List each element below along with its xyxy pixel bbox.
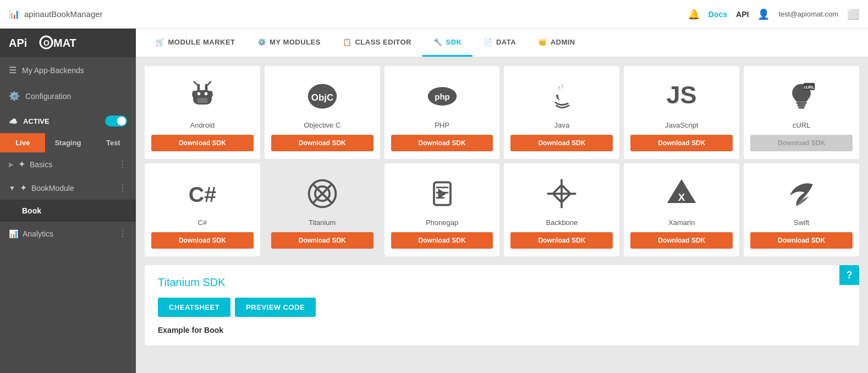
svg-text:APi: APi (9, 37, 27, 49)
phonegap-icon (423, 174, 462, 213)
env-tab-live[interactable]: Live (0, 133, 45, 152)
sdk-card-xamarin[interactable]: X Xamarin Download SDK (624, 163, 739, 256)
tab-my-modules[interactable]: ⚙️ MY MODULES (246, 29, 332, 57)
sidebar-section-basics[interactable]: ▶ ✦ Basics ⋮ (0, 152, 136, 176)
tab-class-editor[interactable]: 📋 CLASS EDITOR (332, 29, 422, 57)
sdk-card-java[interactable]: Java Download SDK (504, 66, 619, 159)
active-toggle-switch[interactable] (105, 116, 127, 127)
sdk-card-curl[interactable]: cURL cURL Download SDK (744, 66, 859, 159)
sdk-title: Titanium SDK (158, 276, 846, 289)
svg-rect-13 (197, 98, 208, 103)
class-editor-label: CLASS EDITOR (355, 38, 411, 46)
java-download-btn[interactable]: Download SDK (510, 135, 613, 151)
sdk-card-php[interactable]: php PHP Download SDK (384, 66, 500, 159)
tab-admin[interactable]: 👑 ADMIN (527, 29, 586, 57)
titanium-download-btn[interactable]: Download SDK (271, 232, 373, 249)
svg-text:C#: C# (189, 182, 216, 206)
csharp-name: C# (198, 218, 207, 227)
action-buttons: CHEATSHEET PREVIEW CODE (158, 298, 846, 317)
docs-link[interactable]: Docs (708, 10, 727, 19)
data-label: DATA (496, 38, 516, 46)
sidebar-section-bookmodule[interactable]: ▼ ✦ BookModule ⋮ (0, 176, 136, 200)
main-content: Android Download SDK ObjC Objective C Do… (136, 57, 868, 373)
module-market-icon: 🛒 (156, 38, 165, 46)
cloud-icon: ☁️ (9, 117, 18, 125)
backbone-download-btn[interactable]: Download SDK (510, 232, 613, 249)
android-icon (183, 77, 222, 116)
data-icon: 📄 (484, 38, 493, 46)
sdk-card-swift[interactable]: Swift Download SDK (744, 163, 859, 256)
class-editor-icon: 📋 (343, 38, 352, 46)
bookmodule-more-icon[interactable]: ⋮ (118, 183, 127, 193)
basics-more-icon[interactable]: ⋮ (118, 159, 127, 169)
sidebar-analytics[interactable]: 📊 Analytics ⋮ (0, 222, 136, 245)
analytics-more-icon[interactable]: ⋮ (118, 228, 127, 239)
sidebar-item-configuration[interactable]: ⚙️ Configuration (0, 83, 136, 109)
titanium-name: Titanium (309, 218, 336, 227)
config-icon: ⚙️ (9, 91, 20, 101)
xamarin-name: Xamarin (668, 218, 695, 227)
sdk-card-javascript[interactable]: JS JavaScript Download SDK (624, 66, 739, 159)
app-name-bar: 📊 apinautBookManager (9, 9, 688, 19)
swift-icon (782, 174, 821, 213)
android-download-btn[interactable]: Download SDK (151, 135, 254, 151)
admin-icon: 👑 (538, 38, 547, 46)
admin-label: ADMIN (551, 38, 575, 46)
phonegap-name: Phonegap (426, 218, 458, 227)
user-email: test@apiomat.com (778, 10, 838, 18)
xamarin-icon: X (662, 174, 701, 213)
example-title: Example for Book (158, 326, 846, 334)
analytics-icon: 📊 (9, 229, 18, 238)
swift-download-btn[interactable]: Download SDK (750, 232, 853, 249)
sidebar-sub-item-book[interactable]: Book (0, 200, 136, 222)
tab-sdk[interactable]: 🔧 SDK (422, 29, 473, 57)
sdk-card-backbone[interactable]: Backbone Download SDK (504, 163, 619, 256)
xamarin-download-btn[interactable]: Download SDK (630, 232, 733, 249)
api-link[interactable]: API (736, 10, 749, 19)
configuration-label: Configuration (25, 92, 71, 101)
sdk-card-android[interactable]: Android Download SDK (145, 66, 260, 159)
main-layout: APi O MAT ☰ My App-Backends ⚙️ Configura… (0, 29, 868, 373)
app-bar-icon: 📊 (9, 9, 20, 19)
cheatsheet-button[interactable]: CHEATSHEET (158, 298, 230, 317)
active-toggle-row: ☁️ ACTIVE (0, 109, 136, 133)
svg-text:JS: JS (667, 81, 697, 109)
preview-code-button[interactable]: PREVIEW CODE (235, 298, 316, 317)
expand-icon[interactable]: ⬜ (847, 8, 859, 20)
csharp-icon: C# (183, 174, 222, 213)
svg-text:X: X (678, 191, 685, 203)
svg-line-10 (207, 82, 211, 85)
curl-download-btn: Download SDK (750, 135, 853, 151)
module-market-label: MODULE MARKET (168, 38, 235, 46)
php-name: PHP (435, 121, 449, 129)
javascript-download-btn[interactable]: Download SDK (630, 135, 733, 151)
sdk-card-phonegap[interactable]: Phonegap Download SDK (384, 163, 500, 256)
objc-download-btn[interactable]: Download SDK (271, 135, 373, 151)
phonegap-download-btn[interactable]: Download SDK (391, 232, 493, 249)
sdk-card-csharp[interactable]: C# C# Download SDK (145, 163, 260, 256)
tab-data[interactable]: 📄 DATA (473, 29, 527, 57)
objc-icon: ObjC (303, 77, 342, 116)
sdk-card-titanium[interactable]: Titanium Download SDK (265, 163, 380, 256)
help-button[interactable]: ? (839, 265, 859, 285)
php-download-btn[interactable]: Download SDK (391, 135, 493, 151)
bell-icon[interactable]: 🔔 (688, 8, 700, 20)
svg-text:ObjC: ObjC (311, 92, 333, 103)
curl-icon: cURL (782, 77, 821, 116)
tab-module-market[interactable]: 🛒 MODULE MARKET (145, 29, 246, 57)
svg-text:cURL: cURL (804, 85, 815, 90)
backends-icon: ☰ (9, 65, 17, 75)
my-modules-label: MY MODULES (270, 38, 321, 46)
svg-rect-20 (798, 104, 806, 107)
content-area: 🛒 MODULE MARKET ⚙️ MY MODULES 📋 CLASS ED… (136, 29, 868, 373)
csharp-download-btn[interactable]: Download SDK (151, 232, 254, 249)
env-tab-test[interactable]: Test (91, 133, 136, 152)
svg-line-9 (194, 82, 197, 85)
sdk-icon: 🔧 (433, 38, 443, 46)
objc-name: Objective C (304, 121, 340, 129)
curl-name: cURL (793, 121, 811, 129)
sidebar-item-my-backends[interactable]: ☰ My App-Backends (0, 57, 136, 83)
env-tab-staging[interactable]: Staging (45, 133, 90, 152)
sdk-card-objc[interactable]: ObjC Objective C Download SDK (265, 66, 380, 159)
svg-rect-19 (796, 101, 807, 104)
